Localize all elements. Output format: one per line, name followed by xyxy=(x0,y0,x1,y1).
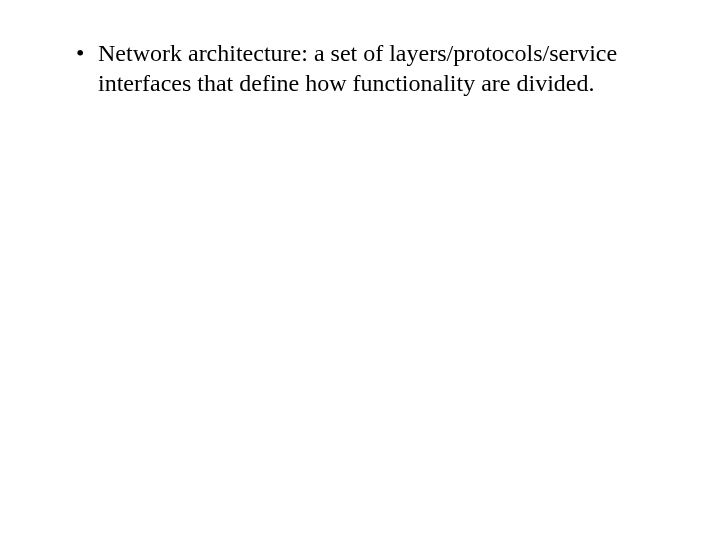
bullet-text: Network architecture: a set of layers/pr… xyxy=(98,40,617,96)
bullet-list: • Network architecture: a set of layers/… xyxy=(68,38,660,98)
slide-content: • Network architecture: a set of layers/… xyxy=(0,0,720,540)
list-item: • Network architecture: a set of layers/… xyxy=(68,38,660,98)
bullet-icon: • xyxy=(76,38,84,68)
